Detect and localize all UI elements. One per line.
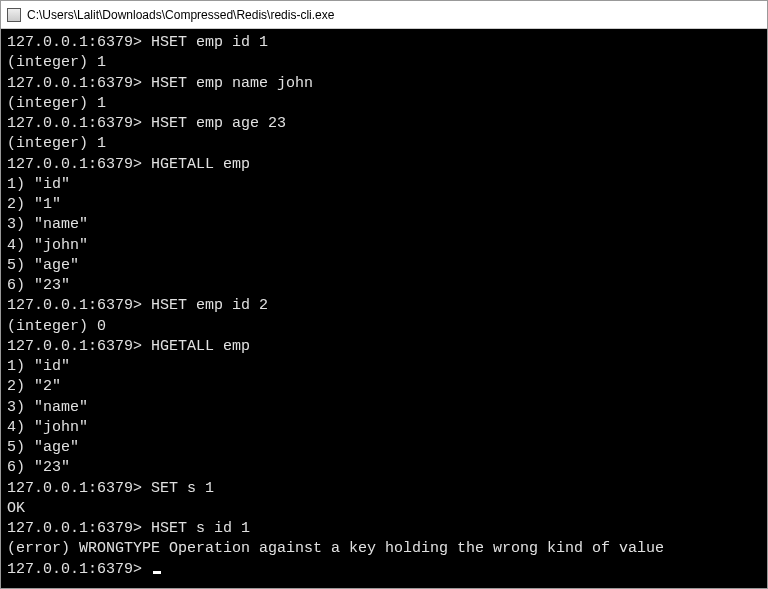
terminal-line: (integer) 1 (7, 53, 761, 73)
terminal-line: 4) "john" (7, 236, 761, 256)
window-title: C:\Users\Lalit\Downloads\Compressed\Redi… (27, 8, 334, 22)
terminal-line: 6) "23" (7, 458, 761, 478)
terminal-line: 6) "23" (7, 276, 761, 296)
terminal-line: 5) "age" (7, 256, 761, 276)
terminal-line: 3) "name" (7, 398, 761, 418)
app-window: C:\Users\Lalit\Downloads\Compressed\Redi… (0, 0, 768, 589)
terminal-line: 127.0.0.1:6379> HGETALL emp (7, 337, 761, 357)
terminal-line: 1) "id" (7, 357, 761, 377)
terminal-line: 127.0.0.1:6379> HSET emp id 2 (7, 296, 761, 316)
cursor (153, 571, 161, 574)
terminal-line: 127.0.0.1:6379> HGETALL emp (7, 155, 761, 175)
terminal-line: 4) "john" (7, 418, 761, 438)
terminal-line: (integer) 0 (7, 317, 761, 337)
terminal-line: 3) "name" (7, 215, 761, 235)
terminal-line: OK (7, 499, 761, 519)
terminal-view[interactable]: 127.0.0.1:6379> HSET emp id 1(integer) 1… (1, 29, 767, 588)
terminal-line: 127.0.0.1:6379> HSET emp id 1 (7, 33, 761, 53)
terminal-line: (integer) 1 (7, 94, 761, 114)
terminal-line: 127.0.0.1:6379> HSET emp name john (7, 74, 761, 94)
terminal-line: 127.0.0.1:6379> (7, 560, 761, 580)
terminal-line: 127.0.0.1:6379> HSET emp age 23 (7, 114, 761, 134)
app-icon (7, 8, 21, 22)
terminal-line: 127.0.0.1:6379> SET s 1 (7, 479, 761, 499)
terminal-line: 127.0.0.1:6379> HSET s id 1 (7, 519, 761, 539)
terminal-line: 1) "id" (7, 175, 761, 195)
terminal-line: 5) "age" (7, 438, 761, 458)
terminal-line: 2) "1" (7, 195, 761, 215)
titlebar[interactable]: C:\Users\Lalit\Downloads\Compressed\Redi… (1, 1, 767, 29)
terminal-line: (error) WRONGTYPE Operation against a ke… (7, 539, 761, 559)
terminal-line: 2) "2" (7, 377, 761, 397)
terminal-line: (integer) 1 (7, 134, 761, 154)
